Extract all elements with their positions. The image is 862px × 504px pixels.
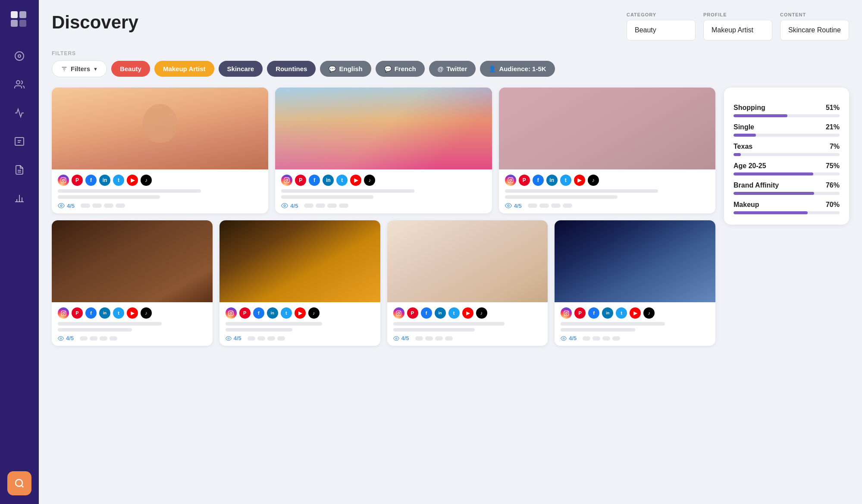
youtube-icon[interactable]: ▶	[295, 307, 306, 319]
category-input[interactable]: Beauty	[627, 20, 696, 41]
youtube-icon[interactable]: ▶	[574, 175, 585, 186]
twitter-icon[interactable]: t	[560, 175, 571, 186]
instagram-icon[interactable]	[505, 175, 516, 186]
card-3-image	[499, 88, 715, 169]
tiktok-icon[interactable]: ♪	[364, 175, 375, 186]
dot	[339, 203, 348, 208]
views-value: 4/5	[234, 335, 241, 341]
dot	[277, 336, 285, 341]
filter-chip-beauty[interactable]: Beauty	[111, 61, 150, 77]
dot	[267, 336, 275, 341]
facebook-icon[interactable]: f	[85, 175, 97, 186]
stat-single-value: 21%	[826, 123, 840, 131]
card-5[interactable]: P f in t ▶ ♪	[219, 220, 380, 346]
content-input[interactable]: Skincare Routine	[780, 20, 849, 41]
tiktok-icon[interactable]: ♪	[643, 307, 655, 319]
linkedin-icon[interactable]: in	[435, 307, 446, 319]
card-6[interactable]: P f in t ▶ ♪	[387, 220, 548, 346]
pinterest-icon[interactable]: P	[519, 175, 530, 186]
linkedin-icon[interactable]: in	[99, 307, 110, 319]
main-content: Discovery CATEGORY Beauty PROFILE Makeup…	[39, 0, 862, 504]
instagram-icon[interactable]	[58, 307, 69, 319]
tiktok-icon[interactable]: ♪	[476, 307, 487, 319]
pinterest-icon[interactable]: P	[72, 307, 83, 319]
twitter-icon[interactable]: t	[281, 307, 292, 319]
eye-icon	[561, 335, 567, 341]
instagram-icon[interactable]	[58, 175, 69, 186]
facebook-icon[interactable]: f	[85, 307, 97, 319]
svg-point-39	[232, 311, 233, 312]
facebook-icon[interactable]: f	[253, 307, 264, 319]
sidebar-item-dashboard[interactable]	[7, 44, 31, 68]
instagram-icon[interactable]	[281, 175, 292, 186]
facebook-icon[interactable]: f	[309, 175, 320, 186]
stat-age-fill	[733, 172, 813, 175]
card-text-line-1	[226, 322, 322, 326]
sidebar-item-analytics[interactable]	[7, 101, 31, 125]
pinterest-icon[interactable]: P	[239, 307, 251, 319]
svg-point-42	[398, 312, 399, 314]
sidebar-item-users[interactable]	[7, 72, 31, 97]
youtube-icon[interactable]: ▶	[462, 307, 473, 319]
twitter-icon[interactable]: t	[113, 307, 124, 319]
pinterest-icon[interactable]: P	[295, 175, 306, 186]
filter-chip-audience[interactable]: 👤 Audience: 1-5K	[480, 61, 555, 77]
youtube-icon[interactable]: ▶	[127, 307, 138, 319]
card-1[interactable]: P f in t ▶ ♪	[52, 88, 268, 213]
twitter-icon[interactable]: t	[616, 307, 627, 319]
card-5-body: P f in t ▶ ♪	[219, 302, 380, 346]
linkedin-icon[interactable]: in	[546, 175, 558, 186]
filter-chip-french[interactable]: 💬 French	[376, 61, 425, 77]
card-1-footer: 4/5	[58, 202, 262, 209]
linkedin-icon[interactable]: in	[267, 307, 278, 319]
card-2[interactable]: P f in t ▶ ♪	[275, 88, 492, 213]
card-7[interactable]: P f in t ▶ ♪	[555, 220, 715, 346]
views-value: 4/5	[67, 203, 75, 209]
linkedin-icon[interactable]: in	[323, 175, 334, 186]
sidebar-item-notes[interactable]	[7, 158, 31, 182]
card-3[interactable]: P f in t ▶ ♪	[499, 88, 715, 213]
card-4[interactable]: P f in t ▶ ♪	[52, 220, 213, 346]
sidebar-item-files[interactable]	[7, 129, 31, 153]
tiktok-icon[interactable]: ♪	[308, 307, 320, 319]
pinterest-icon[interactable]: P	[574, 307, 586, 319]
tiktok-icon[interactable]: ♪	[141, 175, 152, 186]
instagram-icon[interactable]	[393, 307, 404, 319]
sidebar-item-chart[interactable]	[7, 186, 31, 210]
twitter-icon[interactable]: t	[448, 307, 460, 319]
sidebar-item-discovery[interactable]	[7, 471, 31, 495]
instagram-icon[interactable]	[226, 307, 237, 319]
filter-chip-makeup-artist[interactable]: Makeup Artist	[154, 61, 214, 77]
sidebar	[0, 0, 39, 504]
tiktok-icon[interactable]: ♪	[588, 175, 599, 186]
profile-input[interactable]: Makeup Artist	[703, 20, 772, 41]
linkedin-icon[interactable]: in	[99, 175, 110, 186]
pinterest-icon[interactable]: P	[407, 307, 418, 319]
pinterest-icon[interactable]: P	[72, 175, 83, 186]
card-text-line-1	[58, 189, 201, 193]
card-4-views: 4/5	[58, 335, 74, 341]
card-1-text	[58, 189, 262, 199]
tiktok-icon[interactable]: ♪	[141, 307, 152, 319]
instagram-icon[interactable]	[561, 307, 572, 319]
svg-rect-41	[396, 311, 401, 316]
twitter-icon[interactable]: t	[336, 175, 348, 186]
dot	[80, 336, 88, 341]
filter-chip-skincare[interactable]: Skincare	[219, 61, 263, 77]
youtube-icon[interactable]: ▶	[127, 175, 138, 186]
twitter-icon[interactable]: t	[113, 175, 124, 186]
facebook-icon[interactable]: f	[588, 307, 599, 319]
facebook-icon[interactable]: f	[533, 175, 544, 186]
youtube-icon[interactable]: ▶	[350, 175, 361, 186]
eye-icon	[505, 202, 512, 209]
filter-chip-rountines[interactable]: Rountines	[267, 61, 316, 77]
filter-chip-twitter[interactable]: @ Twitter	[429, 61, 476, 77]
svg-point-6	[16, 81, 20, 84]
category-field-group: CATEGORY Beauty	[627, 12, 696, 41]
filter-chip-english[interactable]: 💬 English	[320, 61, 371, 77]
linkedin-icon[interactable]: in	[602, 307, 613, 319]
youtube-icon[interactable]: ▶	[630, 307, 641, 319]
facebook-icon[interactable]: f	[421, 307, 432, 319]
logo[interactable]	[8, 9, 31, 31]
filters-button[interactable]: Filters ▼	[52, 60, 107, 77]
